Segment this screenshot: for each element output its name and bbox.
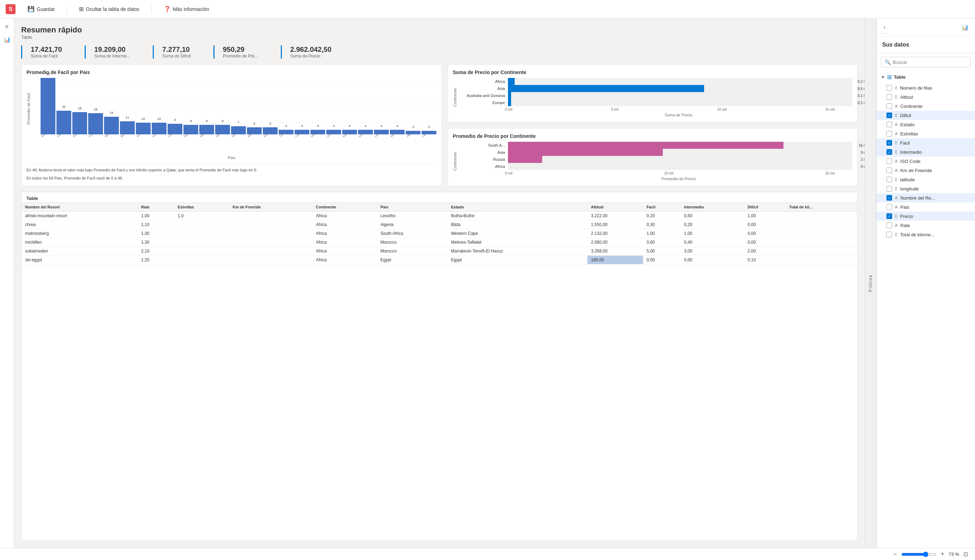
filtros-tab[interactable]: Filtros — [865, 18, 876, 548]
nav-icon-2[interactable]: 📊 — [2, 34, 13, 45]
tree-item-km-freeride[interactable]: A Km de Freeride — [877, 166, 975, 175]
table-header: Nombre del Resort Rate Estrellas Km de F… — [22, 203, 857, 212]
side-icons-panel: ≡ 📊 — [0, 18, 14, 548]
sigma-icon: Σ — [895, 95, 897, 99]
col-continente[interactable]: Continente — [313, 203, 377, 212]
checkbox-precio[interactable]: ✓ — [887, 213, 892, 219]
table-scroll[interactable]: Nombre del Resort Rate Estrellas Km de F… — [22, 203, 857, 265]
table-row: ski-egypt 1,20 Africa Egypt Egypt 180,00… — [22, 256, 857, 265]
h-bar-row-russia: Russia 2 mil — [459, 156, 853, 163]
bar-iceland: 4 — [358, 130, 373, 134]
bar-switzerland: 8 — [183, 125, 198, 134]
zoom-in-button[interactable]: + — [941, 550, 945, 558]
kpi-2: 19.209,00 Suma de Interme... — [85, 45, 138, 58]
tree-item-numero-filas[interactable]: # Número de filas — [877, 83, 975, 92]
tree-item-iso-code[interactable]: A ISO Code — [877, 157, 975, 166]
table-header-row: Nombre del Resort Rate Estrellas Km de F… — [22, 203, 857, 212]
checkbox-altitud[interactable] — [887, 94, 892, 100]
abc-icon-8: A — [895, 223, 897, 227]
tree-item-pais[interactable]: A Pais — [877, 202, 975, 212]
tree-item-intermedio[interactable]: ✓ Σ Intermedio — [877, 147, 975, 157]
charts-row: Promedio de Facil por Pais Promedio de F… — [21, 64, 858, 186]
col-estrellas[interactable]: Estrellas — [174, 203, 229, 212]
chart-y-label: Promedio de Facil — [27, 78, 31, 140]
chart2-title: Suma de Precio por Continente — [453, 70, 853, 75]
checkbox-total-kilome[interactable] — [887, 232, 892, 237]
col-dificil[interactable]: Dificil — [744, 203, 785, 212]
checkbox-km-freeride[interactable] — [887, 168, 892, 173]
checkbox-continente[interactable] — [887, 103, 892, 109]
filtros-area: Filtros — [865, 18, 876, 548]
tree-item-rate[interactable]: A Rate — [877, 221, 975, 230]
chart-insight-area: En 48, Andorra tenía el valor más bajo P… — [27, 164, 437, 181]
tree-item-estrellas[interactable]: A Estrellas — [877, 129, 975, 138]
checkbox-latitude[interactable] — [887, 177, 892, 182]
tree-item-nombre-resort[interactable]: ✓ A Nombre del Re... — [877, 193, 975, 202]
table-row: chrea 1,10 Africa Algeria Blida 1.550,00… — [22, 220, 857, 229]
checkbox-longitude[interactable] — [887, 186, 892, 192]
bar-france: 18 — [88, 113, 103, 134]
col-facil[interactable]: Facil — [643, 203, 680, 212]
zoom-slider[interactable] — [901, 552, 937, 557]
tree-item-dificil[interactable]: ✓ Σ Dificil — [877, 111, 975, 120]
chart3-body: Continente South A... 16 mil — [453, 142, 853, 181]
kpi-1: 17.421,70 Suma de Facil — [21, 45, 70, 58]
toolbar: S 💾 Guardar ⊞ Ocultar la tabla de datos … — [0, 0, 975, 18]
search-icon: 🔍 — [885, 59, 891, 65]
collapse-panel-button[interactable]: ‹ — [881, 21, 888, 33]
nav-icon-1[interactable]: ≡ — [2, 21, 13, 32]
col-nombre[interactable]: Nombre del Resort — [22, 203, 138, 212]
checkbox-intermedio[interactable]: ✓ — [887, 149, 892, 155]
col-altitud[interactable]: Altitud — [587, 203, 643, 212]
save-button[interactable]: 💾 Guardar — [24, 3, 58, 15]
col-intermedio[interactable]: Intermedio — [680, 203, 744, 212]
zoom-value: 73 % — [948, 552, 959, 557]
table-row: afriski-mountain-resort 1,00 1.0 Africa … — [22, 212, 857, 220]
tree-section-header[interactable]: ▼ ⊞ Table — [877, 71, 975, 83]
checkbox-rate[interactable] — [887, 223, 892, 228]
bar-newzealand: 4 — [310, 130, 325, 134]
hash-icon: # — [895, 86, 897, 90]
hide-table-button[interactable]: ⊞ Ocultar la tabla de datos — [75, 3, 143, 15]
table-section: Table Nombre del Resort Rate Estrellas K… — [21, 192, 858, 541]
more-info-button[interactable]: ❓ Más información — [160, 3, 213, 15]
table-row: michlifen 1,30 Africa Morocco Meknes-Taf… — [22, 238, 857, 247]
checkbox-estrellas[interactable] — [887, 131, 892, 137]
col-rate[interactable]: Rate — [138, 203, 174, 212]
col-pais[interactable]: Pais — [377, 203, 447, 212]
table-row: oukaimeden 2,10 Africa Morocco Marrakesh… — [22, 247, 857, 256]
chart-view-icon[interactable]: 📊 — [960, 22, 971, 33]
tree-item-longitude[interactable]: Σ longitude — [877, 184, 975, 193]
checkbox-pais[interactable] — [887, 204, 892, 210]
tree-item-estado[interactable]: A Estado — [877, 120, 975, 129]
checkbox-iso-code[interactable] — [887, 158, 892, 164]
data-table: Nombre del Resort Rate Estrellas Km de F… — [22, 203, 857, 265]
abc-icon-2: A — [895, 122, 897, 127]
sigma-icon-7: Σ — [895, 214, 897, 218]
toolbar-separator-2 — [151, 5, 152, 13]
bar-montenegro: 6 — [247, 127, 262, 134]
search-input[interactable] — [893, 60, 967, 65]
kpi-5: 2.962.042,50 Suma de Precio — [281, 45, 340, 58]
h-bar-row-south-a: South A... 16 mil — [459, 142, 853, 149]
checkbox-numero-filas[interactable] — [887, 85, 892, 91]
search-box[interactable]: 🔍 — [881, 57, 971, 67]
tree-item-precio[interactable]: ✓ Σ Precio — [877, 212, 975, 221]
col-total[interactable]: Total de kil... — [785, 203, 857, 212]
chart-insight-2: En todos los 69 Pais, Promedio de Facil … — [27, 175, 437, 181]
tree-item-total-kilome[interactable]: Σ Total de kilome... — [877, 230, 975, 239]
zoom-out-button[interactable]: − — [893, 550, 897, 558]
checkbox-nombre-resort[interactable]: ✓ — [887, 195, 892, 201]
checkbox-dificil[interactable]: ✓ — [887, 112, 892, 118]
tree-item-facil[interactable]: ✓ Σ Facil — [877, 138, 975, 147]
tree-item-altitud[interactable]: Σ Altitud — [877, 92, 975, 102]
fit-page-icon[interactable]: ⊡ — [963, 551, 968, 558]
col-estado[interactable]: Estado — [447, 203, 587, 212]
bar-canada: 4 — [295, 130, 309, 134]
col-km[interactable]: Km de Freeride — [229, 203, 312, 212]
checkbox-facil[interactable]: ✓ — [887, 140, 892, 146]
tree-item-continente[interactable]: A Continente — [877, 102, 975, 111]
tree-item-latitude[interactable]: Σ latitude — [877, 175, 975, 184]
checkbox-estado[interactable] — [887, 122, 892, 127]
abc-icon: A — [895, 104, 897, 108]
